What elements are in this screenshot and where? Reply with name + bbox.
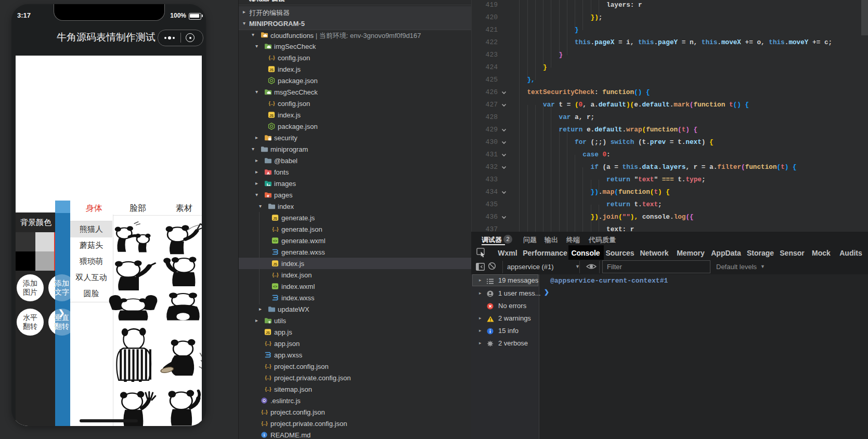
svg-text:A: A bbox=[267, 171, 270, 176]
svg-text:{..}: {..} bbox=[273, 272, 279, 277]
svg-text:{..}: {..} bbox=[265, 375, 271, 380]
svg-text:JS: JS bbox=[273, 217, 278, 220]
svg-text:{..}: {..} bbox=[265, 341, 271, 346]
svg-text:JS: JS bbox=[266, 331, 270, 335]
svg-text:{..}: {..} bbox=[265, 387, 271, 392]
svg-text:{..}: {..} bbox=[262, 421, 268, 426]
svg-text:JS: JS bbox=[269, 68, 274, 72]
svg-text:{..}: {..} bbox=[262, 409, 268, 415]
svg-text:{..}: {..} bbox=[273, 227, 279, 232]
svg-text:JS: JS bbox=[269, 114, 274, 117]
svg-text:{..}: {..} bbox=[269, 101, 275, 106]
svg-text:JS: JS bbox=[273, 262, 278, 266]
svg-text:{..}: {..} bbox=[269, 55, 275, 60]
svg-text:<>: <> bbox=[273, 285, 277, 288]
svg-text:{..}: {..} bbox=[265, 364, 271, 369]
svg-text:<>: <> bbox=[273, 239, 277, 243]
